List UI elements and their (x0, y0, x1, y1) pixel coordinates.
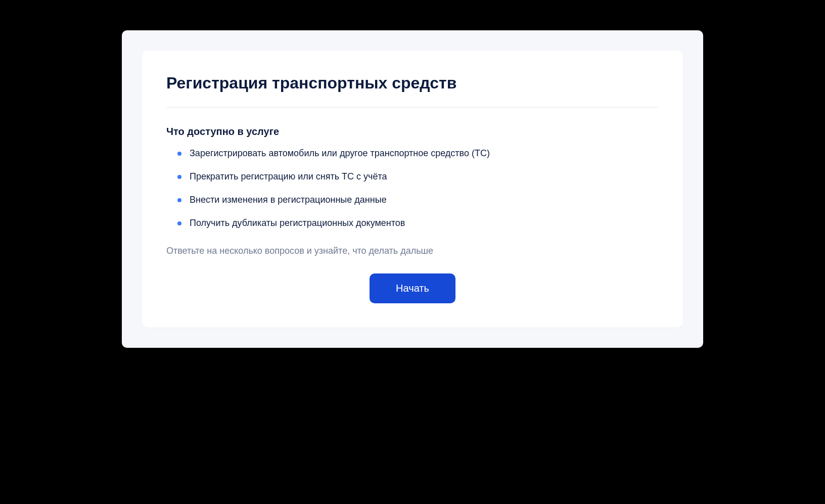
hint-text: Ответьте на несколько вопросов и узнайте… (166, 246, 659, 256)
feature-list: Зарегистрировать автомобиль или другое т… (166, 147, 659, 231)
list-item: Зарегистрировать автомобиль или другое т… (177, 147, 659, 161)
outer-panel: Регистрация транспортных средств Что дос… (122, 30, 703, 348)
list-item: Получить дубликаты регистрационных докум… (177, 216, 659, 231)
section-heading: Что доступно в услуге (166, 126, 659, 138)
divider (166, 107, 659, 108)
list-item: Внести изменения в регистрационные данны… (177, 193, 659, 207)
list-item: Прекратить регистрацию или снять ТС с уч… (177, 170, 659, 184)
page-title: Регистрация транспортных средств (166, 73, 659, 93)
start-button[interactable]: Начать (370, 273, 455, 303)
service-card: Регистрация транспортных средств Что дос… (142, 51, 683, 328)
button-row: Начать (166, 273, 659, 303)
